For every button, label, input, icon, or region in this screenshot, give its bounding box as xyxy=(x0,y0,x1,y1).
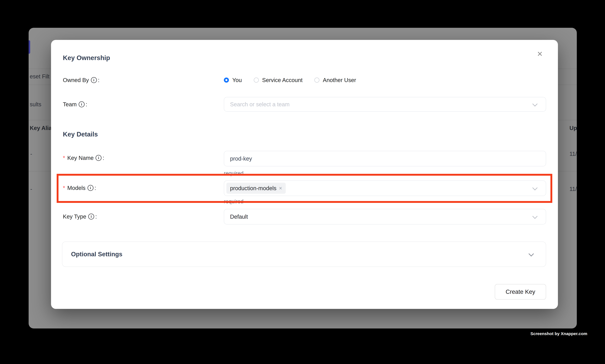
reset-filters-partial-label: eset Filt xyxy=(30,73,50,80)
table-row: 11/ xyxy=(569,185,577,192)
key-name-required-error: required xyxy=(224,170,244,176)
radio-service-account[interactable]: Service Account xyxy=(254,77,303,83)
radio-dot[interactable] xyxy=(314,78,319,83)
key-type-label: Key Type i : xyxy=(63,209,97,224)
info-icon[interactable]: i xyxy=(96,155,102,161)
team-select[interactable]: Search or select a team xyxy=(224,97,546,112)
team-label: Team i : xyxy=(63,97,87,112)
column-header-updated: Up xyxy=(569,125,577,131)
info-icon[interactable]: i xyxy=(88,185,93,191)
optional-settings-panel[interactable]: Optional Settings xyxy=(62,242,546,267)
required-asterisk: * xyxy=(63,155,65,161)
radio-dot[interactable] xyxy=(224,78,229,83)
table-row: - xyxy=(30,185,32,192)
team-select-placeholder: Search or select a team xyxy=(224,101,290,108)
key-type-value: Default xyxy=(224,214,248,220)
models-tag-production-models: production-models × xyxy=(226,183,286,194)
section-title-key-details: Key Details xyxy=(63,130,98,138)
tag-remove-icon[interactable]: × xyxy=(279,185,282,191)
required-asterisk: * xyxy=(63,185,65,191)
column-header-key-alias: Key Alia xyxy=(30,125,52,131)
info-icon[interactable]: i xyxy=(91,77,97,83)
owned-by-radio-group: You Service Account Another User xyxy=(224,72,356,88)
partial-blue-button xyxy=(29,40,30,54)
table-row: - xyxy=(30,150,32,157)
info-icon[interactable]: i xyxy=(79,101,85,107)
key-name-input[interactable] xyxy=(224,155,488,162)
create-key-modal: Key Ownership ✕ Owned By i : You Service… xyxy=(51,40,558,309)
table-row: 11/ xyxy=(569,150,577,157)
models-required-error: required xyxy=(224,198,244,205)
radio-another-user[interactable]: Another User xyxy=(314,77,356,83)
results-count-partial-label: sults xyxy=(30,101,41,108)
optional-settings-title: Optional Settings xyxy=(71,251,122,258)
modal-title-key-ownership: Key Ownership xyxy=(63,54,110,62)
create-key-button[interactable]: Create Key xyxy=(495,284,546,299)
chevron-down-icon xyxy=(532,101,538,107)
key-name-field xyxy=(224,151,546,166)
models-label: * Models i : xyxy=(63,180,96,196)
key-type-select[interactable]: Default xyxy=(224,209,546,224)
owned-by-label: Owned By i : xyxy=(63,72,100,88)
chevron-down-icon xyxy=(532,185,538,190)
chevron-down-icon xyxy=(532,214,538,219)
xnapper-watermark: Screenshot by Xnapper.com xyxy=(530,331,587,336)
radio-you[interactable]: You xyxy=(224,77,242,83)
key-name-label: * Key Name i : xyxy=(63,150,104,166)
info-icon[interactable]: i xyxy=(88,214,94,220)
models-select[interactable]: production-models × xyxy=(224,181,546,196)
chevron-down-icon xyxy=(528,251,534,256)
radio-dot[interactable] xyxy=(254,78,259,83)
screenshot-stage: eset Filt sults Key Alia Up - 11/ - 11/ … xyxy=(0,0,605,364)
close-icon[interactable]: ✕ xyxy=(535,49,545,59)
